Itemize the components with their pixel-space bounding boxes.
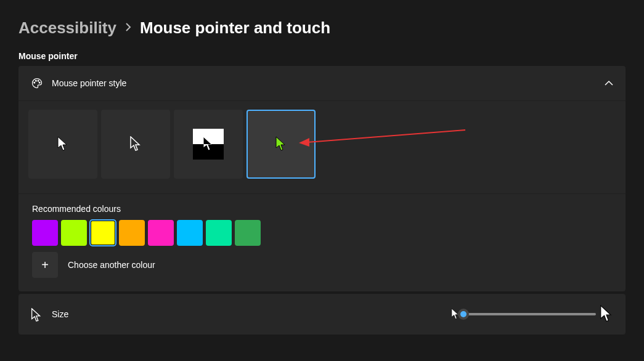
colour-swatch-6[interactable] <box>206 220 232 246</box>
pointer-style-custom[interactable] <box>247 110 316 179</box>
svg-point-3 <box>39 82 40 83</box>
style-panel-title: Mouse pointer style <box>52 78 605 88</box>
plus-icon: + <box>41 259 49 271</box>
size-label: Size <box>52 309 451 319</box>
cursor-icon <box>31 308 43 320</box>
mouse-pointer-style-panel: Mouse pointer style <box>18 66 626 291</box>
svg-point-1 <box>36 80 37 81</box>
size-slider[interactable] <box>463 313 596 315</box>
colour-swatches <box>32 220 612 246</box>
pointer-style-white[interactable] <box>28 110 97 179</box>
pointer-style-black[interactable] <box>101 110 170 179</box>
pointer-style-inverted[interactable] <box>174 110 243 179</box>
pointer-style-options <box>18 100 626 193</box>
chevron-up-icon <box>605 78 613 89</box>
chevron-right-icon <box>125 22 131 34</box>
svg-line-6 <box>307 130 465 142</box>
section-label: Mouse pointer <box>18 51 626 61</box>
breadcrumb: Accessibility Mouse pointer and touch <box>18 18 626 38</box>
colour-swatch-1[interactable] <box>61 220 87 246</box>
size-max-icon <box>600 305 613 323</box>
breadcrumb-current: Mouse pointer and touch <box>140 18 330 38</box>
recommended-colours-section: Recommended colours + Choose another col… <box>18 193 626 291</box>
colour-swatch-4[interactable] <box>148 220 174 246</box>
recommended-colours-title: Recommended colours <box>32 204 612 214</box>
annotation-arrow <box>296 127 468 152</box>
choose-colour-button[interactable]: + <box>32 252 58 278</box>
colour-swatch-5[interactable] <box>177 220 203 246</box>
choose-colour-label: Choose another colour <box>68 260 155 270</box>
colour-swatch-7[interactable] <box>235 220 261 246</box>
colour-swatch-3[interactable] <box>119 220 145 246</box>
colour-swatch-2[interactable] <box>90 220 116 246</box>
palette-icon <box>31 77 43 89</box>
style-panel-header[interactable]: Mouse pointer style <box>18 66 626 100</box>
size-panel: Size <box>18 294 626 335</box>
svg-point-2 <box>38 80 39 81</box>
colour-swatch-0[interactable] <box>32 220 58 246</box>
size-slider-thumb[interactable] <box>458 309 469 320</box>
svg-point-0 <box>34 82 35 83</box>
breadcrumb-parent[interactable]: Accessibility <box>18 18 116 38</box>
